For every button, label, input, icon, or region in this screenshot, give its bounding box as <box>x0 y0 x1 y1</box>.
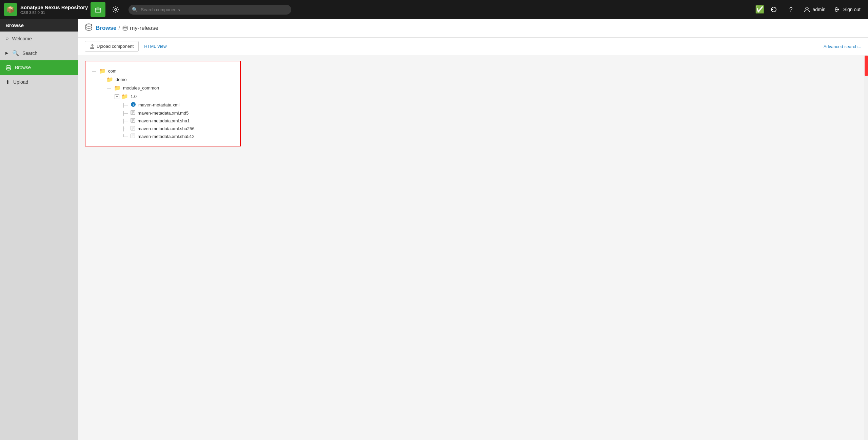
tree-row-demo[interactable]: — 📁 demo <box>92 75 233 84</box>
breadcrumb: Browse / my-release <box>96 25 158 32</box>
database-icon <box>85 23 93 33</box>
connector-maven-sha1: ├─ <box>122 119 128 123</box>
app-version: OSS 3.52.0-01 <box>20 11 88 15</box>
upload-button-icon <box>90 44 95 49</box>
breadcrumb-repo: my-release <box>122 25 158 32</box>
svg-point-5 <box>6 65 11 67</box>
sidebar-item-upload-label: Upload <box>13 79 28 85</box>
advanced-search-button[interactable]: Advanced search... <box>824 44 861 49</box>
connector-maven-xml: ├─ <box>122 103 128 107</box>
search-components-input[interactable] <box>129 5 291 15</box>
search-icon: 🔍 <box>12 50 19 56</box>
tree-row-maven-metadata-xml[interactable]: ├─ i maven-metadata.xml <box>92 101 233 109</box>
refresh-icon <box>770 6 777 13</box>
node-label-maven-metadata-sha1: maven-metadata.xml.sha1 <box>138 118 190 123</box>
connector-maven-md5: ├─ <box>122 111 128 116</box>
content-area-right: — 📁 com — 📁 demo — 📁 modules_comm <box>78 55 868 440</box>
html-view-label: HTML View <box>144 44 166 49</box>
search-components-bar: 🔍 <box>129 5 291 15</box>
toolbar-right: Advanced search... <box>824 44 861 49</box>
tree-row-maven-metadata-sha256[interactable]: ├─ maven-metadata.xml.sha256 <box>92 125 233 133</box>
upload-icon: ⬆ <box>5 79 10 85</box>
sidebar: Browse ○ Welcome ▶ 🔍 Search Browse ⬆ Upl… <box>0 19 78 440</box>
tree-row-maven-metadata-sha512[interactable]: └─ maven-metadata.xml.sha512 <box>92 133 233 140</box>
node-label-com: com <box>108 68 117 74</box>
brand-logo-icon: 📦 <box>4 3 17 16</box>
tree-row-modules-common[interactable]: — 📁 modules_common <box>92 84 233 92</box>
upload-component-button[interactable]: Upload component <box>85 41 139 52</box>
xml-file-icon: i <box>131 102 136 108</box>
browse-nav-icon-button[interactable] <box>91 2 105 17</box>
help-icon: ? <box>789 6 792 13</box>
node-label-modules-common: modules_common <box>123 85 159 91</box>
content-header: Browse / my-release <box>78 19 868 38</box>
main-layout: Browse ○ Welcome ▶ 🔍 Search Browse ⬆ Upl… <box>0 19 868 440</box>
tree-row-maven-metadata-md5[interactable]: ├─ maven-metadata.xml.md5 <box>92 109 233 117</box>
expand-icon-1-0[interactable]: + <box>115 94 119 99</box>
folder-icon-demo: 📁 <box>106 76 113 83</box>
help-button[interactable]: ? <box>783 2 798 17</box>
tree-row-com[interactable]: — 📁 com <box>92 67 233 75</box>
svg-point-3 <box>115 8 117 11</box>
svg-text:📦: 📦 <box>6 6 15 14</box>
user-menu-button[interactable]: admin <box>800 4 829 15</box>
sidebar-item-upload[interactable]: ⬆ Upload <box>0 75 78 89</box>
package-icon <box>94 6 102 13</box>
signout-label: Sign out <box>843 7 861 12</box>
file-icon-sha512 <box>131 134 135 139</box>
signout-icon <box>834 6 841 13</box>
file-icon-md5 <box>131 110 135 116</box>
advanced-search-label: Advanced search... <box>824 44 861 49</box>
breadcrumb-repo-label: my-release <box>130 25 158 32</box>
svg-point-6 <box>86 24 92 26</box>
user-icon <box>804 6 810 13</box>
folder-icon-1-0: 📁 <box>121 93 128 100</box>
node-label-1-0: 1.0 <box>131 94 137 99</box>
nav-right-area: ✅ ? admin Sign out <box>755 2 864 17</box>
scrollbar-track[interactable] <box>864 55 868 440</box>
top-navigation: 📦 Sonatype Nexus Repository OSS 3.52.0-0… <box>0 0 868 19</box>
sidebar-item-search-label: Search <box>22 51 37 56</box>
node-label-maven-metadata-xml: maven-metadata.xml <box>138 102 179 107</box>
connector-maven-sha256: ├─ <box>122 126 128 131</box>
folder-icon-com: 📁 <box>99 68 106 74</box>
svg-rect-2 <box>95 8 101 12</box>
scrollbar-thumb[interactable] <box>865 56 868 76</box>
svg-text:i: i <box>133 103 134 106</box>
svg-point-7 <box>123 26 127 28</box>
breadcrumb-browse-link[interactable]: Browse <box>96 25 116 32</box>
search-bar-icon: 🔍 <box>132 7 138 12</box>
user-name-label: admin <box>812 7 825 12</box>
tree-row-maven-metadata-sha1[interactable]: ├─ maven-metadata.xml.sha1 <box>92 117 233 125</box>
tree-row-1-0[interactable]: + 📁 1.0 <box>92 92 233 101</box>
connector-maven-sha512: └─ <box>122 134 128 139</box>
gear-icon <box>112 6 119 13</box>
status-ok-icon: ✅ <box>755 5 764 14</box>
refresh-button[interactable] <box>766 2 781 17</box>
html-view-button[interactable]: HTML View <box>143 41 168 51</box>
toolbar: Upload component HTML View Advanced sear… <box>78 38 868 55</box>
node-label-maven-metadata-sha512: maven-metadata.xml.sha512 <box>138 134 195 139</box>
breadcrumb-separator: / <box>118 25 120 32</box>
sidebar-item-welcome[interactable]: ○ Welcome <box>0 32 78 46</box>
browse-icon <box>5 64 12 71</box>
connector-modules: — <box>107 86 111 91</box>
app-name: Sonatype Nexus Repository <box>20 4 88 11</box>
welcome-icon: ○ <box>5 36 9 42</box>
tree-panel: — 📁 com — 📁 demo — 📁 modules_comm <box>85 61 241 146</box>
folder-icon-modules: 📁 <box>114 85 121 91</box>
repo-db-icon <box>122 25 128 31</box>
upload-button-label: Upload component <box>97 44 134 49</box>
sidebar-item-welcome-label: Welcome <box>12 36 32 41</box>
node-label-maven-metadata-md5: maven-metadata.xml.md5 <box>138 111 189 116</box>
settings-icon-button[interactable] <box>108 2 123 17</box>
sidebar-item-browse[interactable]: Browse <box>0 60 78 75</box>
signout-button[interactable]: Sign out <box>831 4 864 15</box>
sidebar-header: Browse <box>0 19 78 32</box>
tree-panel-wrapper[interactable]: — 📁 com — 📁 demo — 📁 modules_comm <box>78 55 864 440</box>
connector-com: — <box>92 69 96 74</box>
sidebar-item-browse-label: Browse <box>15 65 31 70</box>
file-icon-sha1 <box>131 118 135 124</box>
sidebar-item-search[interactable]: ▶ 🔍 Search <box>0 46 78 60</box>
node-label-maven-metadata-sha256: maven-metadata.xml.sha256 <box>138 126 195 131</box>
